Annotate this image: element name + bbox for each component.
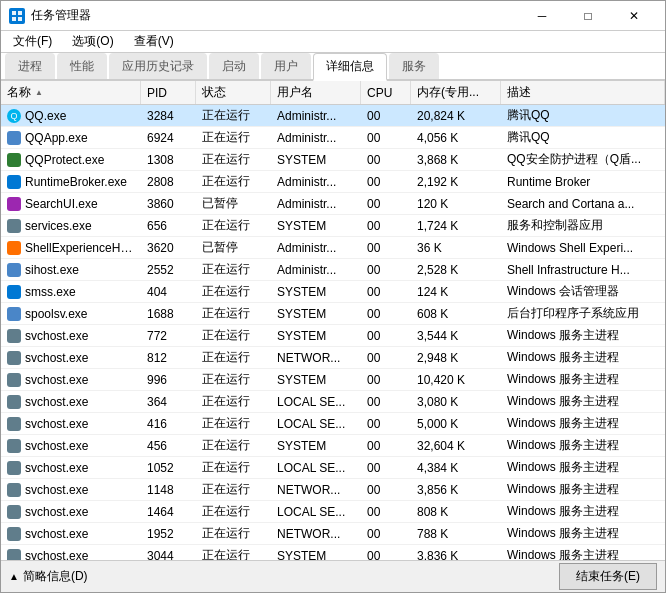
cell-status: 正在运行 bbox=[196, 259, 271, 280]
cell-name: svchost.exe bbox=[1, 457, 141, 478]
cell-user: LOCAL SE... bbox=[271, 457, 361, 478]
process-name: svchost.exe bbox=[25, 461, 88, 475]
cell-status: 已暂停 bbox=[196, 193, 271, 214]
cell-desc: Windows 服务主进程 bbox=[501, 435, 665, 456]
process-name: sihost.exe bbox=[25, 263, 79, 277]
menu-file[interactable]: 文件(F) bbox=[5, 31, 60, 52]
cell-pid: 1052 bbox=[141, 457, 196, 478]
end-task-button[interactable]: 结束任务(E) bbox=[559, 563, 657, 590]
menu-view[interactable]: 查看(V) bbox=[126, 31, 182, 52]
cell-user: SYSTEM bbox=[271, 435, 361, 456]
cell-pid: 3044 bbox=[141, 545, 196, 560]
process-icon bbox=[7, 219, 21, 233]
cell-desc: Runtime Broker bbox=[501, 171, 665, 192]
table-row[interactable]: svchost.exe 416 正在运行 LOCAL SE... 00 5,00… bbox=[1, 413, 665, 435]
tab-app-history[interactable]: 应用历史记录 bbox=[109, 53, 207, 79]
cell-mem: 4,056 K bbox=[411, 127, 501, 148]
svg-rect-3 bbox=[18, 17, 22, 21]
cell-user: NETWOR... bbox=[271, 479, 361, 500]
brief-info-label: 简略信息(D) bbox=[23, 568, 88, 585]
table-row[interactable]: RuntimeBroker.exe 2808 正在运行 Administr...… bbox=[1, 171, 665, 193]
tab-performance[interactable]: 性能 bbox=[57, 53, 107, 79]
cell-pid: 772 bbox=[141, 325, 196, 346]
window-title: 任务管理器 bbox=[31, 7, 91, 24]
cell-desc: Shell Infrastructure H... bbox=[501, 259, 665, 280]
table-row[interactable]: svchost.exe 812 正在运行 NETWOR... 00 2,948 … bbox=[1, 347, 665, 369]
cell-desc: Windows 服务主进程 bbox=[501, 369, 665, 390]
process-icon bbox=[7, 175, 21, 189]
process-name: services.exe bbox=[25, 219, 92, 233]
cell-cpu: 00 bbox=[361, 325, 411, 346]
process-icon bbox=[7, 395, 21, 409]
maximize-button[interactable]: □ bbox=[565, 1, 611, 31]
brief-info-button[interactable]: ▲ 简略信息(D) bbox=[9, 568, 88, 585]
cell-mem: 124 K bbox=[411, 281, 501, 302]
table-row[interactable]: ShellExperienceHo... 3620 已暂停 Administr.… bbox=[1, 237, 665, 259]
cell-pid: 1952 bbox=[141, 523, 196, 544]
tab-processes[interactable]: 进程 bbox=[5, 53, 55, 79]
tab-services[interactable]: 服务 bbox=[389, 53, 439, 79]
svg-rect-0 bbox=[12, 11, 16, 15]
tab-users[interactable]: 用户 bbox=[261, 53, 311, 79]
col-user[interactable]: 用户名 bbox=[271, 81, 361, 104]
table-row[interactable]: svchost.exe 364 正在运行 LOCAL SE... 00 3,08… bbox=[1, 391, 665, 413]
table-row[interactable]: QQApp.exe 6924 正在运行 Administr... 00 4,05… bbox=[1, 127, 665, 149]
menu-options[interactable]: 选项(O) bbox=[64, 31, 121, 52]
cell-status: 正在运行 bbox=[196, 215, 271, 236]
tabs-bar: 进程 性能 应用历史记录 启动 用户 详细信息 服务 bbox=[1, 53, 665, 81]
table-row[interactable]: QQProtect.exe 1308 正在运行 SYSTEM 00 3,868 … bbox=[1, 149, 665, 171]
table-row[interactable]: svchost.exe 3044 正在运行 SYSTEM 00 3,836 K … bbox=[1, 545, 665, 560]
col-mem[interactable]: 内存(专用... bbox=[411, 81, 501, 104]
cell-desc: Windows Shell Experi... bbox=[501, 237, 665, 258]
cell-pid: 3284 bbox=[141, 105, 196, 126]
cell-user: Administr... bbox=[271, 193, 361, 214]
table-row[interactable]: sihost.exe 2552 正在运行 Administr... 00 2,5… bbox=[1, 259, 665, 281]
process-name: svchost.exe bbox=[25, 527, 88, 541]
process-icon bbox=[7, 285, 21, 299]
col-status[interactable]: 状态 bbox=[196, 81, 271, 104]
table-row[interactable]: svchost.exe 456 正在运行 SYSTEM 00 32,604 K … bbox=[1, 435, 665, 457]
table-row[interactable]: svchost.exe 1148 正在运行 NETWOR... 00 3,856… bbox=[1, 479, 665, 501]
table-row[interactable]: svchost.exe 772 正在运行 SYSTEM 00 3,544 K W… bbox=[1, 325, 665, 347]
task-manager-window: 任务管理器 ─ □ ✕ 文件(F) 选项(O) 查看(V) 进程 性能 应用历史… bbox=[0, 0, 666, 593]
process-icon bbox=[7, 461, 21, 475]
table-row[interactable]: svchost.exe 1952 正在运行 NETWOR... 00 788 K… bbox=[1, 523, 665, 545]
minimize-button[interactable]: ─ bbox=[519, 1, 565, 31]
table-row[interactable]: svchost.exe 996 正在运行 SYSTEM 00 10,420 K … bbox=[1, 369, 665, 391]
table-row[interactable]: svchost.exe 1052 正在运行 LOCAL SE... 00 4,3… bbox=[1, 457, 665, 479]
tab-details[interactable]: 详细信息 bbox=[313, 53, 387, 81]
process-name: svchost.exe bbox=[25, 439, 88, 453]
cell-cpu: 00 bbox=[361, 347, 411, 368]
cell-cpu: 00 bbox=[361, 435, 411, 456]
table-row[interactable]: SearchUI.exe 3860 已暂停 Administr... 00 12… bbox=[1, 193, 665, 215]
col-cpu[interactable]: CPU bbox=[361, 81, 411, 104]
app-icon bbox=[9, 8, 25, 24]
cell-mem: 20,824 K bbox=[411, 105, 501, 126]
title-left: 任务管理器 bbox=[9, 7, 91, 24]
cell-mem: 3,080 K bbox=[411, 391, 501, 412]
cell-user: Administr... bbox=[271, 237, 361, 258]
cell-desc: 服务和控制器应用 bbox=[501, 215, 665, 236]
col-desc[interactable]: 描述 bbox=[501, 81, 665, 104]
process-table: 名称 ▲ PID 状态 用户名 CPU 内存(专用... 描述 Q QQ.exe… bbox=[1, 81, 665, 560]
cell-desc: Search and Cortana a... bbox=[501, 193, 665, 214]
cell-mem: 608 K bbox=[411, 303, 501, 324]
cell-user: SYSTEM bbox=[271, 149, 361, 170]
process-icon bbox=[7, 153, 21, 167]
process-icon bbox=[7, 373, 21, 387]
cell-mem: 3,544 K bbox=[411, 325, 501, 346]
table-row[interactable]: services.exe 656 正在运行 SYSTEM 00 1,724 K … bbox=[1, 215, 665, 237]
col-name[interactable]: 名称 ▲ bbox=[1, 81, 141, 104]
cell-user: SYSTEM bbox=[271, 281, 361, 302]
close-button[interactable]: ✕ bbox=[611, 1, 657, 31]
table-row[interactable]: spoolsv.exe 1688 正在运行 SYSTEM 00 608 K 后台… bbox=[1, 303, 665, 325]
table-row[interactable]: svchost.exe 1464 正在运行 LOCAL SE... 00 808… bbox=[1, 501, 665, 523]
tab-startup[interactable]: 启动 bbox=[209, 53, 259, 79]
cell-name: ShellExperienceHo... bbox=[1, 237, 141, 258]
svg-rect-1 bbox=[18, 11, 22, 15]
status-bar: ▲ 简略信息(D) 结束任务(E) bbox=[1, 560, 665, 592]
col-pid[interactable]: PID bbox=[141, 81, 196, 104]
process-name: SearchUI.exe bbox=[25, 197, 98, 211]
table-row[interactable]: smss.exe 404 正在运行 SYSTEM 00 124 K Window… bbox=[1, 281, 665, 303]
table-row[interactable]: Q QQ.exe 3284 正在运行 Administr... 00 20,82… bbox=[1, 105, 665, 127]
